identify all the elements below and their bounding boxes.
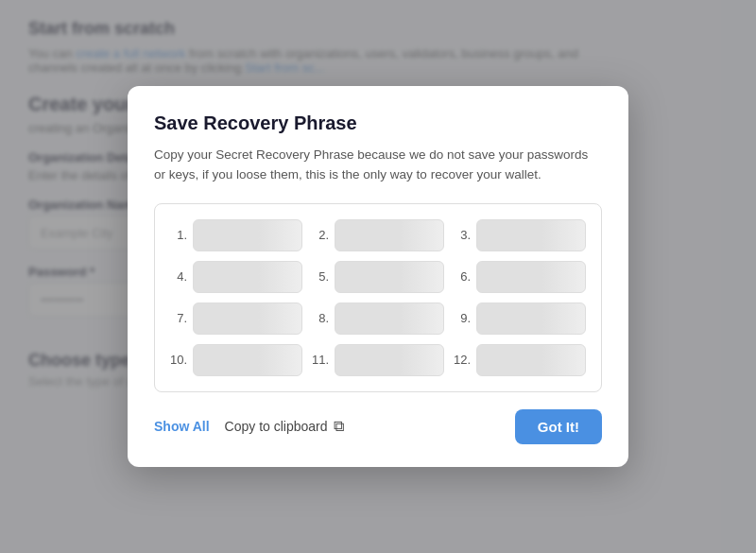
phrase-item-11: 11.	[312, 344, 444, 376]
phrase-item-2: 2.	[312, 219, 444, 251]
phrase-number-4: 4.	[170, 269, 187, 284]
phrase-item-3: 3.	[454, 219, 586, 251]
phrase-item-5: 5.	[312, 261, 444, 293]
modal-title: Save Recovery Phrase	[154, 112, 602, 134]
phrase-number-7: 7.	[170, 311, 187, 325]
phrase-number-6: 6.	[454, 269, 471, 284]
actions-left: Show All Copy to clipboard ⧉	[154, 418, 344, 435]
copy-to-clipboard-button[interactable]: Copy to clipboard ⧉	[225, 418, 344, 435]
phrase-item-6: 6.	[454, 261, 586, 293]
phrase-input-10	[193, 344, 302, 376]
recovery-phrase-modal: Save Recovery Phrase Copy your Secret Re…	[128, 86, 628, 467]
phrase-number-8: 8.	[312, 311, 329, 325]
phrase-input-11	[335, 344, 444, 376]
modal-actions: Show All Copy to clipboard ⧉ Got It!	[154, 409, 602, 444]
phrase-number-1: 1.	[170, 228, 187, 242]
clipboard-icon: ⧉	[334, 418, 344, 435]
phrase-input-8	[335, 302, 444, 335]
phrase-item-7: 7.	[170, 302, 302, 335]
modal-overlay: Save Recovery Phrase Copy your Secret Re…	[0, 0, 756, 553]
phrase-input-9	[476, 302, 586, 335]
phrase-item-4: 4.	[170, 261, 302, 293]
phrase-input-12	[476, 344, 586, 376]
phrase-number-5: 5.	[312, 269, 329, 284]
phrase-item-1: 1.	[170, 219, 302, 251]
phrase-input-4	[193, 261, 302, 293]
phrase-grid: 1. 2. 3. 4. 5. 6.	[154, 203, 602, 392]
phrase-item-9: 9.	[454, 302, 586, 335]
phrase-input-7	[193, 302, 302, 335]
phrase-number-2: 2.	[312, 228, 329, 242]
copy-label: Copy to clipboard	[225, 419, 328, 434]
got-it-button[interactable]: Got It!	[515, 409, 602, 444]
phrase-item-12: 12.	[454, 344, 586, 376]
modal-description: Copy your Secret Recovery Phrase because…	[154, 146, 602, 184]
phrase-number-9: 9.	[454, 311, 471, 325]
phrase-number-10: 10.	[170, 353, 187, 367]
phrase-number-12: 12.	[454, 353, 471, 367]
phrase-input-6	[476, 261, 586, 293]
phrase-input-2	[335, 219, 444, 251]
phrase-number-3: 3.	[454, 228, 471, 242]
phrase-input-1	[193, 219, 302, 251]
phrase-input-5	[335, 261, 444, 293]
phrase-input-3	[476, 219, 586, 251]
phrase-item-10: 10.	[170, 344, 302, 376]
phrase-number-11: 11.	[312, 353, 329, 367]
show-all-button[interactable]: Show All	[154, 419, 210, 434]
phrase-item-8: 8.	[312, 302, 444, 335]
